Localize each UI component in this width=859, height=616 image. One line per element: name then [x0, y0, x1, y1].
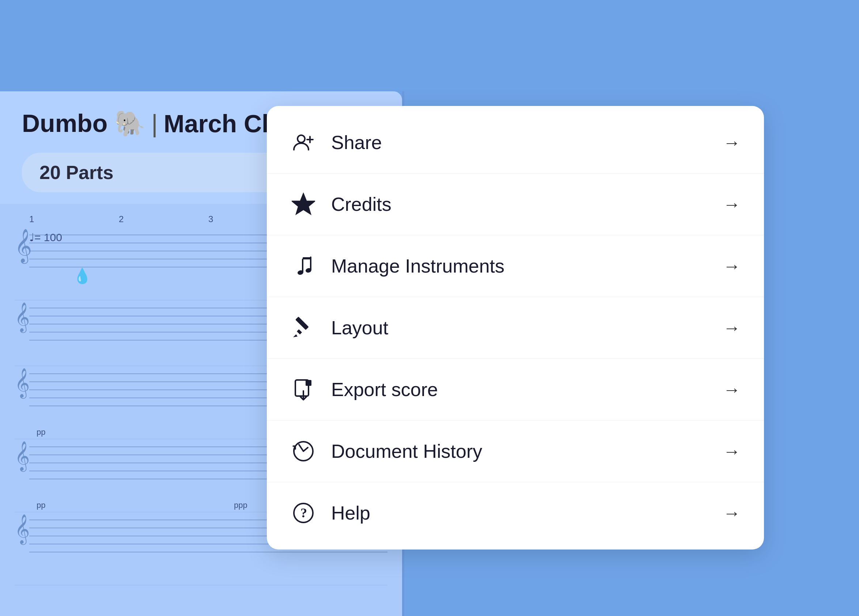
svg-marker-3	[292, 194, 314, 214]
svg-rect-13	[306, 380, 311, 386]
menu-panel: Share → Credits → Manage Instruments →	[267, 106, 764, 549]
dynamic-mark-2: pp	[37, 501, 45, 510]
parts-label: 20 Parts	[39, 162, 113, 183]
svg-point-0	[298, 135, 305, 142]
help-label: Help	[331, 502, 723, 524]
menu-item-layout[interactable]: Layout →	[267, 297, 764, 359]
document-history-arrow: →	[723, 441, 740, 462]
menu-item-help[interactable]: ? Help →	[267, 482, 764, 544]
treble-clef-3: 𝄞	[15, 370, 30, 395]
layout-label: Layout	[331, 317, 723, 339]
menu-item-document-history[interactable]: Document History →	[267, 421, 764, 482]
manage-instruments-arrow: →	[723, 256, 740, 276]
accent-drop: 💧	[73, 267, 91, 285]
document-history-label: Document History	[331, 440, 723, 462]
menu-item-share[interactable]: Share →	[267, 112, 764, 173]
dynamic-mark-1: pp	[37, 427, 45, 437]
credits-arrow: →	[723, 194, 740, 214]
share-icon	[290, 129, 317, 156]
score-title-name: Dumbo 🐘	[22, 109, 145, 138]
layout-arrow: →	[723, 318, 740, 338]
layout-icon	[290, 315, 317, 341]
treble-clef-2: 𝄞	[15, 304, 30, 329]
export-score-label: Export score	[331, 379, 723, 401]
credits-label: Credits	[331, 193, 723, 215]
history-icon	[290, 438, 317, 465]
svg-rect-9	[297, 329, 302, 334]
export-icon	[290, 376, 317, 402]
svg-marker-11	[293, 334, 298, 337]
dynamic-mark-3: ppp	[234, 501, 247, 510]
credits-icon	[290, 191, 317, 217]
menu-item-manage-instruments[interactable]: Manage Instruments →	[267, 235, 764, 297]
treble-clef-5: 𝄞	[15, 516, 30, 541]
measure-num-2: 2	[119, 214, 208, 225]
title-separator: |	[151, 109, 158, 138]
export-score-arrow: →	[723, 380, 740, 400]
measure-num-1: 1	[29, 214, 119, 225]
instrument-icon	[290, 253, 317, 279]
svg-rect-10	[295, 317, 309, 330]
svg-text:?: ?	[300, 506, 307, 520]
treble-clef-4: 𝄞	[15, 443, 30, 468]
svg-rect-4	[303, 257, 311, 259]
menu-item-export-score[interactable]: Export score →	[267, 359, 764, 421]
menu-item-credits[interactable]: Credits →	[267, 173, 764, 235]
share-label: Share	[331, 131, 723, 153]
help-arrow: →	[723, 503, 740, 523]
help-icon: ?	[290, 500, 317, 526]
manage-instruments-label: Manage Instruments	[331, 255, 723, 277]
share-arrow: →	[723, 133, 740, 153]
